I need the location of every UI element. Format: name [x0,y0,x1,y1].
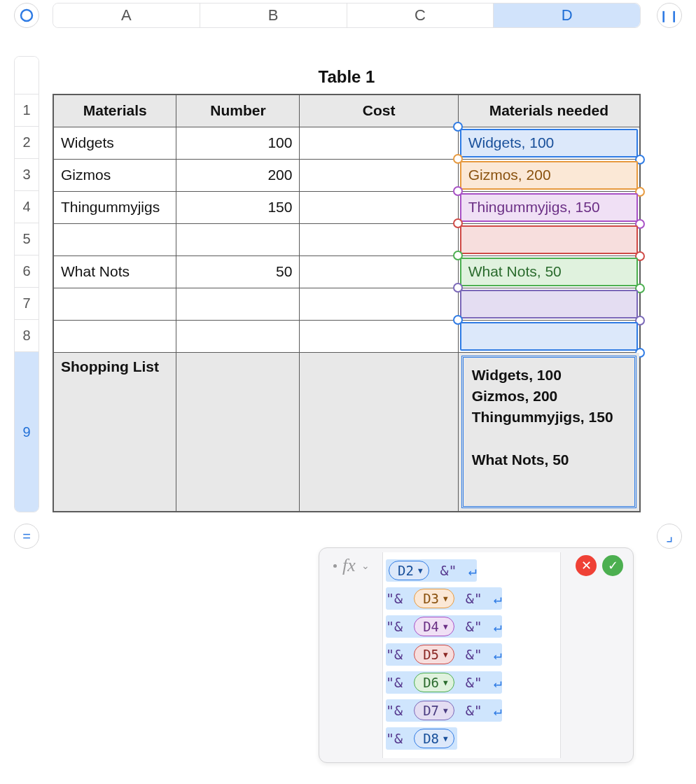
cell-C5[interactable] [300,223,458,255]
table-row [53,320,640,352]
row-header-5[interactable]: 5 [15,223,39,255]
cell-A7[interactable] [53,288,176,320]
row-header-3[interactable]: 3 [15,159,39,191]
formula-text: &" [466,590,482,607]
cell-token-D3[interactable]: D3 ▼ [414,589,454,608]
fx-label[interactable]: fx ⌄ [333,555,370,576]
formula-line: "& D3 ▼ &" ↵ [386,584,557,612]
cell-B2[interactable]: 100 [176,127,300,159]
cell-D7[interactable] [458,288,640,320]
row-header-6[interactable]: 6 [15,255,39,288]
formula-line: D2 ▼ &" ↵ [386,556,557,584]
cell-B8[interactable] [176,320,300,352]
cell-B9[interactable] [176,352,300,512]
cell-D6[interactable]: What Nots, 50 [458,255,640,288]
cell-B3[interactable]: 200 [176,159,300,191]
cancel-button[interactable]: ✕ [576,555,597,576]
cell-A9[interactable]: Shopping List [53,352,176,512]
cell-B6[interactable]: 50 [176,255,300,288]
cell-D4[interactable]: Thingummyjigs, 150 [458,191,640,223]
cell-B4[interactable]: 150 [176,191,300,223]
row-header-7[interactable]: 7 [15,288,39,320]
row-header-1[interactable]: 1 [15,94,39,127]
cell-C7[interactable] [300,288,458,320]
header-number[interactable]: Number [176,94,300,127]
return-icon: ↵ [494,702,502,719]
cell-A2[interactable]: Widgets [53,127,176,159]
cell-C8[interactable] [300,320,458,352]
handle-icon[interactable] [453,122,463,132]
cell-A8[interactable] [53,320,176,352]
cell-D2[interactable]: Widgets, 100 [458,127,640,159]
token-label: D6 [423,675,439,690]
return-icon: ↵ [494,590,502,607]
chevron-down-icon: ▼ [443,594,448,603]
token-label: D2 [398,563,414,578]
cell-D4-value: Thingummyjigs, 150 [460,193,638,222]
cell-token-D7[interactable]: D7 ▼ [414,701,454,720]
cell-token-D6[interactable]: D6 ▼ [414,673,454,692]
token-label: D8 [423,731,439,746]
cell-D9[interactable]: Widgets, 100 Gizmos, 200 Thingummyjigs, … [458,352,640,512]
handle-icon[interactable] [453,154,463,164]
formula-text: "& [386,618,403,635]
resize-handle[interactable]: ⌟ [657,524,682,549]
cell-D8[interactable] [458,320,640,352]
footer-row: Shopping List Widgets, 100 Gizmos, 200 T… [53,352,640,512]
cell-C3[interactable] [300,159,458,191]
row-header-2[interactable]: 2 [15,127,39,159]
formula-text: "& [386,590,403,607]
accept-button[interactable]: ✓ [602,555,623,576]
chevron-down-icon: ⌄ [361,560,370,572]
header-cost[interactable]: Cost [300,94,458,127]
row-header-4[interactable]: 4 [15,191,39,223]
ring-icon [20,8,34,22]
add-row-handle[interactable]: = [14,524,39,549]
table-title[interactable]: Table 1 [53,67,641,87]
cell-C9[interactable] [300,352,458,512]
cell-C4[interactable] [300,191,458,223]
cell-A6[interactable]: What Nots [53,255,176,288]
cell-token-D4[interactable]: D4 ▼ [414,617,454,636]
table-row: Widgets 100 Widgets, 100 [53,127,640,159]
row-header-8[interactable]: 8 [15,320,39,352]
column-header-A[interactable]: A [53,4,200,27]
check-icon: ✓ [608,558,618,573]
cell-C6[interactable] [300,255,458,288]
table-row: What Nots 50 What Nots, 50 [53,255,640,288]
cell-A3[interactable]: Gizmos [53,159,176,191]
cell-C2[interactable] [300,127,458,159]
row-header-blank[interactable] [15,57,39,94]
close-icon: ✕ [581,558,592,573]
handle-icon[interactable] [453,315,463,325]
handle-icon[interactable] [453,251,463,260]
cell-D5-value [460,225,638,254]
cell-B7[interactable] [176,288,300,320]
select-all-handle[interactable] [14,3,39,28]
handle-icon[interactable] [453,186,463,196]
column-header-B[interactable]: B [200,4,347,27]
formula-body[interactable]: D2 ▼ &" ↵ "& D3 ▼ &" ↵ "& [382,552,561,758]
cell-B5[interactable] [176,223,300,255]
handle-icon[interactable] [453,218,463,228]
spreadsheet-table: Materials Number Cost Materials needed W… [53,94,641,512]
add-column-handle[interactable]: ❙❙ [657,3,682,28]
handle-icon[interactable] [453,283,463,293]
cell-D8-value [460,322,638,351]
column-header-D[interactable]: D [494,4,640,27]
chevron-down-icon: ▼ [418,566,423,575]
row-header-9[interactable]: 9 [15,352,39,512]
formula-text: &" [466,646,482,663]
cell-D3[interactable]: Gizmos, 200 [458,159,640,191]
cell-A4[interactable]: Thingummyjigs [53,191,176,223]
cell-token-D5[interactable]: D5 ▼ [414,645,454,664]
header-materials[interactable]: Materials [53,94,176,127]
cell-A5[interactable] [53,223,176,255]
formula-text: &" [466,702,482,719]
cell-token-D8[interactable]: D8 ▼ [414,729,454,748]
chevron-down-icon: ▼ [443,650,448,659]
cell-token-D2[interactable]: D2 ▼ [389,561,429,580]
cell-D5[interactable] [458,223,640,255]
column-header-C[interactable]: C [347,4,494,27]
header-materials-needed[interactable]: Materials needed [458,94,640,127]
